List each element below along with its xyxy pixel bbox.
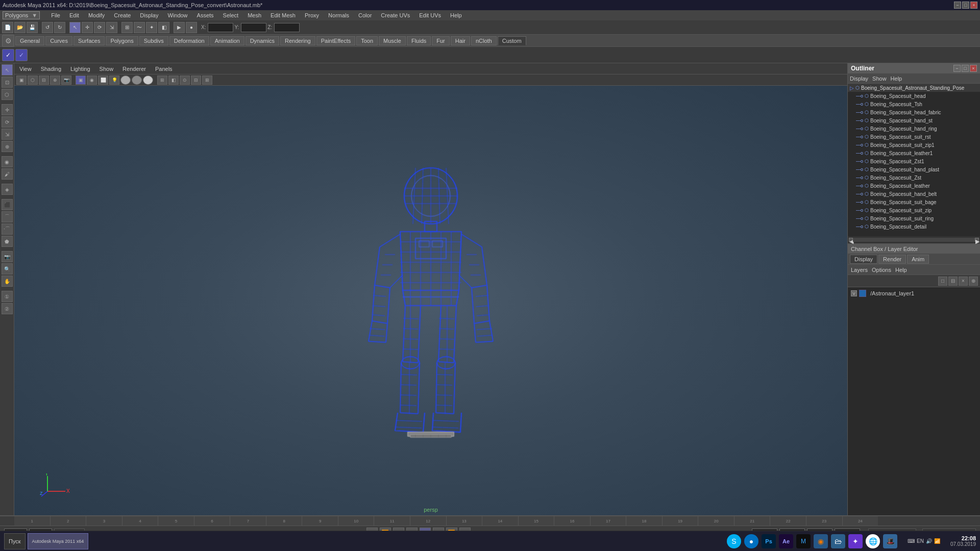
- menu-select[interactable]: Select: [221, 11, 241, 19]
- outliner-item-zst[interactable]: —o ⬡ Boeing_Spacesuit_Zst: [848, 173, 980, 182]
- outliner-item-head[interactable]: —o ⬡ Boeing_Spacesuit_head: [848, 92, 980, 100]
- layer-color-swatch[interactable]: [859, 290, 866, 297]
- outliner-item-suit-bage[interactable]: —o ⬡ Boeing_Spacesuit_suit_bage: [848, 198, 980, 206]
- renderer-select-box[interactable]: Polygons ▼: [3, 11, 40, 19]
- create-nurbscurve-button[interactable]: ⌒: [2, 211, 13, 222]
- open-scene-button[interactable]: 📂: [14, 22, 26, 33]
- paint-weights-button[interactable]: ⬟: [2, 236, 13, 247]
- quick-select-2[interactable]: ②: [2, 303, 13, 314]
- vp-snap-btn[interactable]: ⊕: [50, 76, 60, 85]
- snap-curve[interactable]: 〜: [134, 22, 145, 33]
- new-scene-button[interactable]: 📄: [2, 22, 13, 33]
- layer-options-options[interactable]: Options: [872, 267, 891, 273]
- shelf-tab-fluids[interactable]: Fluids: [407, 36, 431, 45]
- close-button[interactable]: ×: [970, 2, 977, 9]
- taskbar-maya-icon[interactable]: M: [796, 534, 811, 548]
- lasso-select-button[interactable]: ⊡: [2, 77, 13, 88]
- z-input[interactable]: [274, 23, 300, 32]
- menu-create[interactable]: Create: [112, 11, 133, 19]
- vp-wireframe-btn[interactable]: ▣: [76, 76, 86, 85]
- layer-options-layers[interactable]: Layers: [851, 267, 868, 273]
- outliner-item-tsh[interactable]: —o ⬡ Boeing_Spacesuit_Tsh: [848, 100, 980, 108]
- zoom-tool-button[interactable]: 🔍: [2, 263, 13, 274]
- shelf-tab-rendering[interactable]: Rendering: [280, 36, 315, 45]
- shelf-tab-curves[interactable]: Curves: [45, 36, 72, 45]
- universal-manip-button[interactable]: ⊕: [2, 141, 13, 152]
- outliner-item-hand-belt[interactable]: —o ⬡ Boeing_Spacesuit_hand_belt: [848, 190, 980, 198]
- taskbar-chrome-icon[interactable]: 🌐: [866, 534, 880, 548]
- create-poly-button[interactable]: ⬛: [2, 199, 13, 210]
- vp-attr-btn[interactable]: ⊟: [39, 76, 49, 85]
- outliner-item-hand-ring[interactable]: —o ⬡ Boeing_Spacesuit_hand_ring: [848, 124, 980, 133]
- outliner-minimize-btn[interactable]: −: [953, 65, 961, 72]
- menu-file[interactable]: File: [49, 11, 62, 19]
- snap-grid[interactable]: ⊞: [121, 22, 133, 33]
- menu-proxy[interactable]: Proxy: [303, 11, 321, 19]
- outliner-scroll-right[interactable]: ▶: [975, 238, 979, 242]
- vp-hud-btn[interactable]: ◧: [168, 76, 179, 85]
- move-tool-left[interactable]: ✛: [2, 104, 13, 115]
- outliner-list[interactable]: ▷ ⬡ Boeing_Spacesuit_Astronaut_Standing_…: [848, 84, 980, 236]
- menu-mesh[interactable]: Mesh: [246, 11, 263, 19]
- soft-select-button[interactable]: ◉: [2, 156, 13, 167]
- tray-network-icon[interactable]: 📶: [934, 538, 940, 544]
- rotate-tool-left[interactable]: ⟳: [2, 116, 13, 128]
- menu-edit[interactable]: Edit: [67, 11, 81, 19]
- vp-menu-show[interactable]: Show: [97, 65, 116, 73]
- outliner-item-suit-zip[interactable]: —o ⬡ Boeing_Spacesuit_suit_zip: [848, 206, 980, 214]
- layer-tab-anim[interactable]: Anim: [907, 255, 929, 264]
- menu-edit-mesh[interactable]: Edit Mesh: [268, 11, 298, 19]
- taskbar-app4-icon[interactable]: 🎩: [883, 534, 897, 548]
- vp-menu-renderer[interactable]: Renderer: [120, 65, 148, 73]
- layer-ref-btn[interactable]: ⊕: [969, 277, 978, 286]
- minimize-button[interactable]: −: [954, 2, 961, 9]
- render-scene-button[interactable]: ▶: [174, 22, 185, 33]
- vp-smooth-btn[interactable]: ◉: [87, 76, 97, 85]
- redo-button[interactable]: ↻: [54, 22, 65, 33]
- create-ep-button[interactable]: ·⌒: [2, 223, 13, 235]
- undo-button[interactable]: ↺: [42, 22, 53, 33]
- rotate-tool[interactable]: ⟳: [94, 22, 105, 33]
- outliner-item-suit-rst[interactable]: —o ⬡ Boeing_Spacesuit_suit_rst: [848, 133, 980, 141]
- menu-color[interactable]: Color: [356, 11, 374, 19]
- outliner-item-zst1[interactable]: —o ⬡ Boeing_Spacesuit_Zst1: [848, 157, 980, 165]
- layer-tab-render[interactable]: Render: [878, 255, 906, 264]
- shelf-tab-hair[interactable]: Hair: [451, 36, 470, 45]
- start-button[interactable]: Пуск: [4, 533, 26, 549]
- outliner-menu-show[interactable]: Show: [872, 76, 887, 82]
- vp-isolate-btn[interactable]: ⊙: [180, 76, 190, 85]
- shelf-tab-custom[interactable]: Custom: [498, 36, 526, 45]
- taskbar-skype-icon[interactable]: S: [727, 534, 741, 548]
- shelf-tab-toon[interactable]: Toon: [356, 36, 378, 45]
- shelf-tab-polygons[interactable]: Polygons: [106, 36, 138, 45]
- pan-tool-button[interactable]: ✋: [2, 276, 13, 287]
- vp-menu-panels[interactable]: Panels: [153, 65, 175, 73]
- vp-color2-btn[interactable]: [132, 76, 142, 85]
- show-manip-button[interactable]: ◈: [2, 184, 13, 195]
- taskbar-aftereffects-icon[interactable]: Ae: [779, 534, 793, 548]
- layer-new-ref-btn[interactable]: ⊟: [948, 277, 958, 286]
- sculpt-button[interactable]: 🖌: [2, 168, 13, 180]
- vp-nav-btn[interactable]: ⊞: [202, 76, 212, 85]
- lang-indicator[interactable]: EN: [917, 538, 924, 544]
- camera-tools-button[interactable]: 📷: [2, 251, 13, 262]
- taskbar-blender-icon[interactable]: ◉: [814, 534, 828, 548]
- layer-visibility-toggle[interactable]: V: [851, 290, 857, 296]
- layer-del-btn[interactable]: ×: [959, 277, 968, 286]
- shelf-tab-fur[interactable]: Fur: [432, 36, 450, 45]
- tray-volume-icon[interactable]: 🔊: [926, 538, 932, 544]
- ipr-render-button[interactable]: ●: [186, 22, 197, 33]
- layer-tab-display[interactable]: Display: [850, 255, 877, 264]
- menu-assets[interactable]: Assets: [195, 11, 216, 19]
- outliner-menu-help[interactable]: Help: [891, 76, 902, 82]
- paint-select-button[interactable]: ⬡: [2, 89, 13, 100]
- vp-menu-shading[interactable]: Shading: [39, 65, 63, 73]
- menu-create-uvs[interactable]: Create UVs: [379, 11, 412, 19]
- shelf-icon-checkmark-2[interactable]: ✓: [15, 49, 28, 61]
- vp-color1-btn[interactable]: [120, 76, 131, 85]
- maximize-button[interactable]: □: [962, 2, 969, 9]
- taskbar-app2-icon[interactable]: ●: [744, 534, 758, 548]
- shelf-tab-muscle[interactable]: Muscle: [379, 36, 406, 45]
- outliner-menu-display[interactable]: Display: [850, 76, 868, 82]
- shelf-tab-painteffects[interactable]: PaintEffects: [316, 36, 356, 45]
